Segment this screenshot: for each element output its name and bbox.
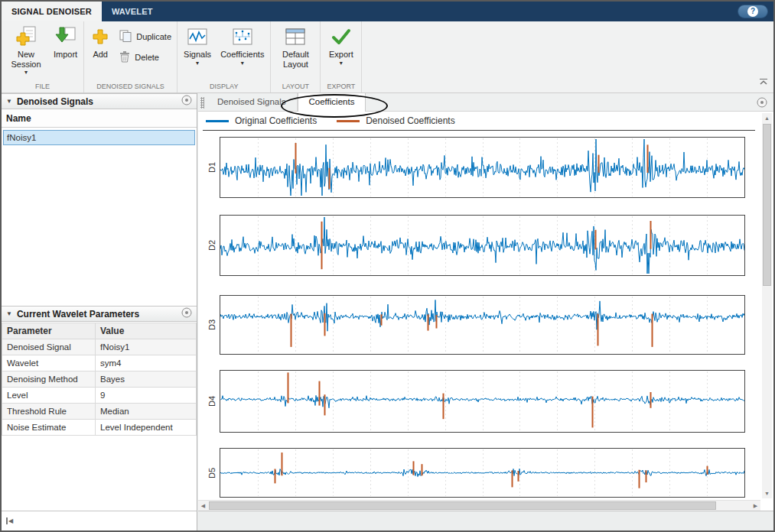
legend-item: Original Coefficients [206, 115, 317, 126]
section-label-file: FILE [4, 82, 81, 92]
legend: Original CoefficientsDenoised Coefficien… [198, 112, 760, 130]
wavelet-params-panel-title: Current Wavelet Parameters [17, 309, 177, 320]
panel-label: D2 [204, 215, 220, 276]
scroll-up-icon[interactable]: ▲ [762, 113, 772, 123]
section-file: New Session ▾ Import FILE [2, 21, 84, 92]
export-label: Export [329, 50, 353, 60]
duplicate-label: Duplicate [136, 32, 171, 41]
legend-item: Denoised Coefficients [337, 115, 455, 126]
coefficients-plot[interactable] [220, 371, 744, 432]
scroll-right-icon[interactable]: ▶ [751, 501, 760, 511]
section-export: Export ▾ EXPORT [321, 21, 362, 92]
scroll-left-icon[interactable]: ◀ [198, 501, 208, 511]
coefficient-panel-d4: D4 [204, 370, 755, 433]
delete-icon [119, 50, 131, 64]
coefficients-button[interactable]: Coefficients ▾ [217, 23, 268, 66]
legend-line-icon [206, 120, 229, 122]
delete-label: Delete [135, 53, 159, 62]
duplicate-button[interactable]: Duplicate [116, 28, 174, 45]
param-row-2[interactable]: Denoising MethodBayes [2, 371, 197, 388]
horizontal-scroll-thumb[interactable] [209, 501, 716, 510]
import-button[interactable]: Import [50, 23, 81, 60]
panel-menu-icon[interactable] [181, 95, 192, 109]
param-row-0[interactable]: Denoised SignalfNoisy1 [2, 339, 197, 355]
scroll-down-icon[interactable]: ▼ [762, 488, 772, 498]
add-icon [90, 25, 110, 48]
app-tabbar: SIGNAL DENOISER WAVELET ? [2, 2, 773, 21]
wavelet-params-panel-header[interactable]: ▼ Current Wavelet Parameters [2, 306, 197, 322]
export-button[interactable]: Export ▾ [325, 23, 357, 66]
coefficient-panel-d5: D5 [204, 448, 755, 498]
default-layout-icon [285, 25, 306, 48]
coefficients-plot[interactable] [220, 138, 744, 197]
denoised-signals-panel-title: Denoised Signals [17, 96, 177, 107]
param-value: sym4 [96, 355, 197, 371]
tab-wavelet[interactable]: WAVELET [102, 2, 163, 21]
collapse-sidebar-icon [6, 517, 8, 524]
chart-box [220, 295, 745, 355]
panel-label: D3 [204, 295, 220, 355]
coefficients-plot[interactable] [220, 216, 744, 275]
help-button[interactable]: ? [738, 5, 768, 18]
param-row-3[interactable]: Level9 [2, 388, 197, 404]
panel-menu-icon[interactable] [181, 307, 192, 321]
tab-signal-denoiser[interactable]: SIGNAL DENOISER [2, 2, 102, 21]
add-label: Add [93, 50, 108, 60]
import-icon [54, 25, 77, 48]
param-row-4[interactable]: Threshold RuleMedian [2, 404, 197, 420]
import-label: Import [54, 50, 77, 60]
duplicate-icon [119, 30, 132, 44]
doc-tab-coefficients[interactable]: Coefficients [298, 93, 366, 112]
param-name: Denoised Signal [2, 339, 96, 355]
panel-label: D5 [204, 448, 220, 498]
horizontal-scrollbar[interactable]: ◀ ▶ [198, 500, 760, 511]
panel-collapse-icon[interactable]: ▼ [6, 98, 12, 105]
param-value: fNoisy1 [96, 339, 197, 355]
caret-down-icon: ▾ [241, 60, 244, 66]
denoised-signals-list: fNoisy1 [2, 128, 197, 305]
legend-line-icon [337, 120, 360, 122]
tabbar-grip-icon[interactable] [200, 97, 204, 109]
new-session-icon [15, 25, 37, 48]
new-session-button[interactable]: New Session ▾ [4, 23, 48, 75]
charts-container: D1D2D3D4D5 [204, 131, 755, 499]
caret-down-icon: ▾ [24, 70, 28, 75]
params-table-body: Denoised SignalfNoisy1Waveletsym4Denoisi… [2, 339, 197, 436]
add-button[interactable]: Add [86, 23, 114, 60]
doc-tab-denoised-signals[interactable]: Denoised Signals [207, 93, 298, 111]
param-name: Wavelet [2, 355, 96, 371]
param-value: Median [96, 404, 197, 420]
collapse-sidebar-arrow-icon: ◀ [8, 517, 13, 525]
coefficients-plot[interactable] [220, 296, 744, 354]
coefficient-panel-d2: D2 [204, 215, 755, 276]
chart-box [220, 215, 745, 276]
signals-button[interactable]: Signals ▾ [180, 23, 215, 66]
param-name: Threshold Rule [2, 404, 96, 420]
tab-actions-icon[interactable] [757, 97, 767, 111]
param-row-1[interactable]: Waveletsym4 [2, 355, 197, 371]
param-value: Level Independent [96, 420, 197, 436]
default-layout-button[interactable]: Default Layout [273, 23, 317, 69]
sidebar: ▼ Denoised Signals Name fNoisy1 ▼ Curren… [2, 93, 197, 511]
vertical-scroll-thumb[interactable] [763, 124, 771, 286]
collapse-ribbon-button[interactable] [759, 75, 768, 89]
help-icon: ? [747, 6, 758, 17]
caret-down-icon: ▾ [196, 60, 199, 66]
signal-list-item[interactable]: fNoisy1 [3, 130, 195, 145]
param-row-5[interactable]: Noise EstimateLevel Independent [2, 420, 197, 436]
default-layout-label: Default Layout [277, 50, 314, 69]
coefficients-icon [233, 25, 252, 48]
coefficients-label: Coefficients [220, 50, 264, 60]
legend-label: Denoised Coefficients [366, 115, 455, 126]
bottom-bar-right [198, 511, 773, 530]
delete-button[interactable]: Delete [116, 49, 174, 66]
section-label-denoised-signals: DENOISED SIGNALS [86, 82, 174, 92]
coefficient-panel-d3: D3 [204, 295, 755, 355]
vertical-scrollbar[interactable]: ▲ ▼ [762, 113, 772, 498]
collapse-sidebar-button[interactable]: ◀ [6, 517, 13, 525]
panel-label: D1 [204, 137, 220, 198]
coefficients-plot[interactable] [220, 449, 744, 497]
panel-collapse-icon[interactable]: ▼ [6, 310, 12, 317]
denoised-signals-panel-header[interactable]: ▼ Denoised Signals [2, 93, 197, 109]
section-layout: Default Layout LAYOUT [271, 21, 321, 92]
